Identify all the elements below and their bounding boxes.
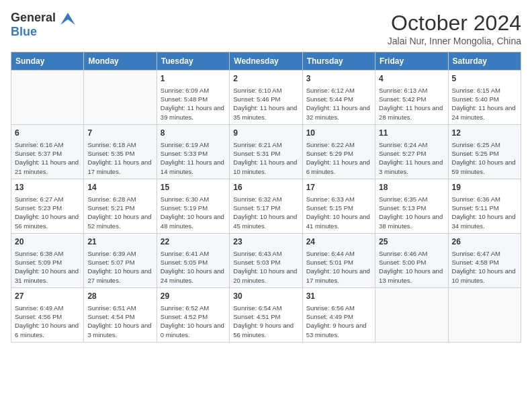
day-detail: Sunrise: 6:46 AM Sunset: 5:00 PM Dayligh…: [379, 249, 444, 285]
day-detail: Sunrise: 6:56 AM Sunset: 4:49 PM Dayligh…: [306, 304, 371, 339]
calendar-cell: 30Sunrise: 6:54 AM Sunset: 4:51 PM Dayli…: [230, 287, 302, 342]
calendar-cell: 29Sunrise: 6:52 AM Sunset: 4:52 PM Dayli…: [157, 287, 229, 342]
calendar-cell: 9Sunrise: 6:21 AM Sunset: 5:31 PM Daylig…: [230, 124, 302, 179]
calendar-cell: 4Sunrise: 6:13 AM Sunset: 5:42 PM Daylig…: [375, 71, 448, 125]
day-detail: Sunrise: 6:47 AM Sunset: 4:58 PM Dayligh…: [452, 249, 517, 285]
day-number: 6: [15, 128, 80, 139]
day-number: 31: [306, 291, 371, 302]
day-detail: Sunrise: 6:44 AM Sunset: 5:01 PM Dayligh…: [306, 249, 371, 285]
day-detail: Sunrise: 6:36 AM Sunset: 5:11 PM Dayligh…: [452, 195, 517, 230]
day-detail: Sunrise: 6:13 AM Sunset: 5:42 PM Dayligh…: [379, 86, 444, 122]
weekday-header-sunday: Sunday: [11, 52, 84, 71]
day-detail: Sunrise: 6:39 AM Sunset: 5:07 PM Dayligh…: [87, 249, 152, 285]
day-detail: Sunrise: 6:09 AM Sunset: 5:48 PM Dayligh…: [161, 86, 226, 122]
day-number: 22: [161, 236, 226, 248]
day-number: 27: [15, 291, 80, 302]
calendar-cell: 23Sunrise: 6:43 AM Sunset: 5:03 PM Dayli…: [230, 233, 302, 287]
weekday-header-thursday: Thursday: [302, 52, 375, 71]
day-detail: Sunrise: 6:27 AM Sunset: 5:23 PM Dayligh…: [15, 195, 80, 230]
day-detail: Sunrise: 6:12 AM Sunset: 5:44 PM Dayligh…: [306, 86, 371, 122]
calendar-cell: 7Sunrise: 6:18 AM Sunset: 5:35 PM Daylig…: [84, 124, 157, 179]
calendar-cell: 8Sunrise: 6:19 AM Sunset: 5:33 PM Daylig…: [157, 124, 229, 179]
logo-blue-text: Blue: [11, 25, 37, 38]
day-number: 14: [87, 182, 152, 193]
calendar-week-5: 27Sunrise: 6:49 AM Sunset: 4:56 PM Dayli…: [11, 287, 521, 342]
calendar-cell: 14Sunrise: 6:28 AM Sunset: 5:21 PM Dayli…: [84, 179, 157, 233]
day-detail: Sunrise: 6:10 AM Sunset: 5:46 PM Dayligh…: [233, 86, 298, 122]
day-number: 13: [15, 182, 80, 193]
calendar-cell: 15Sunrise: 6:30 AM Sunset: 5:19 PM Dayli…: [157, 179, 229, 233]
calendar-cell: 6Sunrise: 6:16 AM Sunset: 5:37 PM Daylig…: [11, 124, 84, 179]
day-detail: Sunrise: 6:25 AM Sunset: 5:25 PM Dayligh…: [452, 140, 517, 176]
day-detail: Sunrise: 6:52 AM Sunset: 4:52 PM Dayligh…: [161, 304, 226, 339]
day-detail: Sunrise: 6:19 AM Sunset: 5:33 PM Dayligh…: [161, 140, 226, 176]
calendar-cell: 19Sunrise: 6:36 AM Sunset: 5:11 PM Dayli…: [448, 179, 521, 233]
calendar-cell: 5Sunrise: 6:15 AM Sunset: 5:40 PM Daylig…: [448, 71, 521, 125]
day-number: 17: [306, 182, 371, 193]
weekday-header-saturday: Saturday: [448, 52, 521, 71]
day-detail: Sunrise: 6:38 AM Sunset: 5:09 PM Dayligh…: [15, 249, 80, 285]
calendar-week-3: 13Sunrise: 6:27 AM Sunset: 5:23 PM Dayli…: [11, 179, 521, 233]
calendar-cell: 1Sunrise: 6:09 AM Sunset: 5:48 PM Daylig…: [157, 71, 229, 125]
calendar-cell: 25Sunrise: 6:46 AM Sunset: 5:00 PM Dayli…: [375, 233, 448, 287]
calendar-cell: 12Sunrise: 6:25 AM Sunset: 5:25 PM Dayli…: [448, 124, 521, 179]
day-detail: Sunrise: 6:49 AM Sunset: 4:56 PM Dayligh…: [15, 304, 80, 339]
title-block: October 2024 Jalai Nur, Inner Mongolia, …: [388, 11, 521, 46]
calendar-cell: 22Sunrise: 6:41 AM Sunset: 5:05 PM Dayli…: [157, 233, 229, 287]
logo-general-text: General: [11, 11, 75, 25]
day-detail: Sunrise: 6:15 AM Sunset: 5:40 PM Dayligh…: [452, 86, 517, 122]
calendar-week-2: 6Sunrise: 6:16 AM Sunset: 5:37 PM Daylig…: [11, 124, 521, 179]
day-detail: Sunrise: 6:16 AM Sunset: 5:37 PM Dayligh…: [15, 140, 80, 176]
day-number: 19: [452, 182, 517, 193]
day-detail: Sunrise: 6:35 AM Sunset: 5:13 PM Dayligh…: [379, 195, 444, 230]
day-detail: Sunrise: 6:30 AM Sunset: 5:19 PM Dayligh…: [161, 195, 226, 230]
day-detail: Sunrise: 6:24 AM Sunset: 5:27 PM Dayligh…: [379, 140, 444, 176]
calendar-cell: 28Sunrise: 6:51 AM Sunset: 4:54 PM Dayli…: [84, 287, 157, 342]
day-detail: Sunrise: 6:41 AM Sunset: 5:05 PM Dayligh…: [161, 249, 226, 285]
day-detail: Sunrise: 6:54 AM Sunset: 4:51 PM Dayligh…: [233, 304, 298, 339]
day-number: 16: [233, 182, 298, 193]
day-number: 25: [379, 236, 444, 248]
calendar-cell: [375, 287, 448, 342]
day-number: 21: [87, 236, 152, 248]
logo-bird-icon: [60, 13, 75, 25]
weekday-header-friday: Friday: [375, 52, 448, 71]
day-number: 8: [161, 128, 226, 139]
calendar-cell: 26Sunrise: 6:47 AM Sunset: 4:58 PM Dayli…: [448, 233, 521, 287]
calendar-cell: 10Sunrise: 6:22 AM Sunset: 5:29 PM Dayli…: [302, 124, 375, 179]
day-detail: Sunrise: 6:18 AM Sunset: 5:35 PM Dayligh…: [87, 140, 152, 176]
day-number: 18: [379, 182, 444, 193]
calendar-week-4: 20Sunrise: 6:38 AM Sunset: 5:09 PM Dayli…: [11, 233, 521, 287]
day-number: 9: [233, 128, 298, 139]
calendar-cell: 13Sunrise: 6:27 AM Sunset: 5:23 PM Dayli…: [11, 179, 84, 233]
calendar-cell: 24Sunrise: 6:44 AM Sunset: 5:01 PM Dayli…: [302, 233, 375, 287]
calendar-cell: 3Sunrise: 6:12 AM Sunset: 5:44 PM Daylig…: [302, 71, 375, 125]
calendar-cell: 2Sunrise: 6:10 AM Sunset: 5:46 PM Daylig…: [230, 71, 302, 125]
weekday-header-monday: Monday: [84, 52, 157, 71]
page-header: General Blue October 2024 Jalai Nur, Inn…: [11, 11, 521, 46]
day-detail: Sunrise: 6:32 AM Sunset: 5:17 PM Dayligh…: [233, 195, 298, 230]
calendar-cell: 11Sunrise: 6:24 AM Sunset: 5:27 PM Dayli…: [375, 124, 448, 179]
day-number: 5: [452, 73, 517, 85]
weekday-header-wednesday: Wednesday: [230, 52, 302, 71]
calendar-cell: 21Sunrise: 6:39 AM Sunset: 5:07 PM Dayli…: [84, 233, 157, 287]
day-detail: Sunrise: 6:51 AM Sunset: 4:54 PM Dayligh…: [87, 304, 152, 339]
calendar-cell: [84, 71, 157, 125]
day-number: 1: [161, 73, 226, 85]
day-number: 12: [452, 128, 517, 139]
calendar-table: SundayMondayTuesdayWednesdayThursdayFrid…: [11, 52, 521, 342]
day-number: 3: [306, 73, 371, 85]
day-number: 30: [233, 291, 298, 302]
day-detail: Sunrise: 6:33 AM Sunset: 5:15 PM Dayligh…: [306, 195, 371, 230]
weekday-header-tuesday: Tuesday: [157, 52, 229, 71]
calendar-cell: 17Sunrise: 6:33 AM Sunset: 5:15 PM Dayli…: [302, 179, 375, 233]
day-number: 26: [452, 236, 517, 248]
day-number: 4: [379, 73, 444, 85]
day-number: 29: [161, 291, 226, 302]
day-number: 20: [15, 236, 80, 248]
calendar-cell: 27Sunrise: 6:49 AM Sunset: 4:56 PM Dayli…: [11, 287, 84, 342]
day-number: 15: [161, 182, 226, 193]
day-detail: Sunrise: 6:21 AM Sunset: 5:31 PM Dayligh…: [233, 140, 298, 176]
calendar-cell: 31Sunrise: 6:56 AM Sunset: 4:49 PM Dayli…: [302, 287, 375, 342]
day-number: 2: [233, 73, 298, 85]
